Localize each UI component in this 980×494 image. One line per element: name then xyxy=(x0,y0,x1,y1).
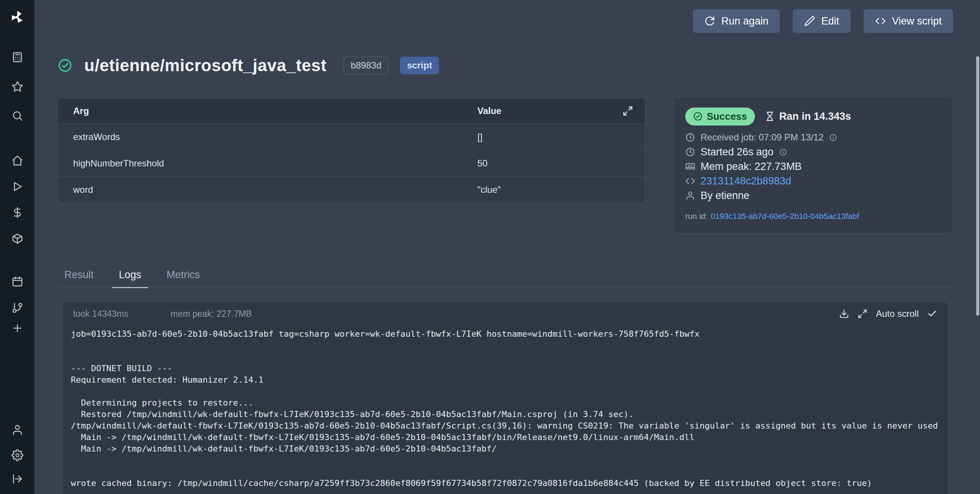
args-table: Arg Value extraWords [] highNumberThresh… xyxy=(57,98,645,203)
log-line: /tmp/windmill/wk-default-fbwfx-L7IeK/019… xyxy=(71,420,939,432)
run-id-link[interactable]: 0193c135-ab7d-60e5-2b10-04b5ac13fabf xyxy=(710,212,859,221)
log-line: Main -> /tmp/windmill/wk-default-fbwfx-L… xyxy=(71,432,939,443)
tab-metrics[interactable]: Metrics xyxy=(160,269,207,288)
clock-icon xyxy=(685,147,695,157)
tab-result[interactable]: Result xyxy=(57,269,101,288)
edit-button[interactable]: Edit xyxy=(793,9,851,33)
started-row: Started 26s ago xyxy=(685,145,941,159)
log-line xyxy=(71,455,939,466)
memory-icon xyxy=(685,161,695,171)
logs-meta: took 14343ms mem peak: 227.7MB xyxy=(73,309,252,319)
code-icon xyxy=(875,16,886,26)
log-line xyxy=(71,386,939,397)
auto-scroll-label[interactable]: Auto scroll xyxy=(876,308,919,319)
arg-value: 50 xyxy=(477,158,611,169)
started-label: Started 26s ago xyxy=(701,146,774,158)
pencil-icon xyxy=(804,16,815,26)
author-label: By etienne xyxy=(701,190,750,202)
logs-controls: Auto scroll xyxy=(839,308,937,319)
arg-name: extraWords xyxy=(58,132,477,142)
info-icon[interactable] xyxy=(829,134,837,142)
download-logs-icon[interactable] xyxy=(839,309,849,319)
auto-scroll-checkmark-icon[interactable] xyxy=(927,309,937,319)
info-icon[interactable] xyxy=(779,148,787,156)
status-label: Success xyxy=(707,111,747,122)
log-line: Restored /tmp/windmill/wk-default-fbwfx-… xyxy=(71,409,939,420)
apps-calculator-icon[interactable] xyxy=(0,51,34,63)
expand-args-icon[interactable] xyxy=(611,105,645,117)
arg-value: [] xyxy=(477,132,611,142)
arg-value: "clue" xyxy=(477,184,611,195)
args-col-arg: Arg xyxy=(58,106,477,116)
sidebar xyxy=(0,0,34,494)
log-line: --- DOTNET BUILD --- xyxy=(71,363,939,374)
script-hash-link[interactable]: 23131148c2b8983d xyxy=(701,175,791,187)
args-col-value: Value xyxy=(477,106,611,116)
run-id-row: run id: 0193c135-ab7d-60e5-2b10-04b5ac13… xyxy=(685,211,941,221)
log-line xyxy=(71,340,939,351)
edit-label: Edit xyxy=(821,15,839,27)
log-line xyxy=(71,466,939,478)
log-line: Main -> /tmp/windmill/wk-default-fbwfx-L… xyxy=(71,443,939,455)
code-icon xyxy=(685,176,695,186)
expand-logs-icon[interactable] xyxy=(858,309,867,319)
star-favorites-icon[interactable] xyxy=(0,81,34,93)
view-script-label: View script xyxy=(892,15,942,27)
script-hash-row: 23131148c2b8983d xyxy=(685,174,941,188)
mem-peak-row: Mem peak: 227.73MB xyxy=(685,159,941,174)
run-again-button[interactable]: Run again xyxy=(693,9,780,33)
log-line: Requirement detected: Humanizer 2.14.1 xyxy=(71,374,939,386)
table-row: extraWords [] xyxy=(58,124,645,150)
table-row: highNumberThreshold 50 xyxy=(58,150,645,176)
log-line: Determining projects to restore... xyxy=(71,397,939,409)
result-tabs: Result Logs Metrics xyxy=(57,269,953,288)
log-line: job=0193c135-ab7d-60e5-2b10-04b5ac13fabf… xyxy=(71,328,939,340)
logs-content: job=0193c135-ab7d-60e5-2b10-04b5ac13fabf… xyxy=(62,322,948,489)
run-id-label: run id: xyxy=(685,212,707,221)
schedules-calendar-icon[interactable] xyxy=(0,276,34,287)
clock-icon xyxy=(685,132,695,142)
args-table-header: Arg Value xyxy=(58,98,645,124)
settings-gear-icon[interactable] xyxy=(0,449,34,461)
home-icon[interactable] xyxy=(0,155,34,166)
logs-header: took 14343ms mem peak: 227.7MB Auto scro… xyxy=(62,302,948,322)
user-account-icon[interactable] xyxy=(0,424,34,436)
windmill-logo-icon[interactable] xyxy=(0,0,34,34)
status-card: Success Ran in 14.343s Received job: 07:… xyxy=(673,97,953,234)
variables-dollar-icon[interactable] xyxy=(0,207,34,218)
script-type-badge: script xyxy=(400,57,439,74)
hourglass-icon xyxy=(765,111,775,121)
logs-mem-peak: mem peak: 227.7MB xyxy=(170,309,252,319)
flows-branch-icon[interactable] xyxy=(0,302,34,314)
search-icon[interactable] xyxy=(0,110,34,122)
title-row: u/etienne/microsoft_java_test b8983d scr… xyxy=(57,56,439,75)
duration-row: Ran in 14.343s xyxy=(765,111,851,122)
collapse-arrow-icon[interactable] xyxy=(0,473,34,485)
tab-logs[interactable]: Logs xyxy=(112,269,149,288)
user-icon xyxy=(685,191,695,201)
plus-icon[interactable] xyxy=(0,322,34,334)
refresh-icon xyxy=(704,16,715,26)
logs-took: took 14343ms xyxy=(73,309,128,319)
run-again-label: Run again xyxy=(721,15,768,27)
log-line: wrote cached binary: /tmp/windmill/cache… xyxy=(71,478,939,489)
page-title: u/etienne/microsoft_java_test xyxy=(84,56,327,75)
resources-boxes-icon[interactable] xyxy=(0,233,34,245)
duration-label: Ran in 14.343s xyxy=(779,111,851,122)
log-line xyxy=(71,351,939,363)
arg-name: word xyxy=(58,184,477,195)
table-row: word "clue" xyxy=(58,176,645,203)
arg-name: highNumberThreshold xyxy=(58,158,477,169)
script-hash-badge: b8983d xyxy=(343,57,389,74)
logs-panel: took 14343ms mem peak: 227.7MB Auto scro… xyxy=(62,301,948,494)
runs-play-icon[interactable] xyxy=(0,181,34,192)
author-row: By etienne xyxy=(685,188,941,203)
received-row: Received job: 07:09 PM 13/12 xyxy=(685,130,941,145)
view-script-button[interactable]: View script xyxy=(864,9,953,33)
mem-peak-label: Mem peak: 227.73MB xyxy=(701,161,802,173)
vertical-scrollbar[interactable] xyxy=(976,56,979,316)
success-check-icon xyxy=(57,58,73,73)
received-label: Received job: 07:09 PM 13/12 xyxy=(701,132,824,143)
top-action-bar: Run again Edit View script xyxy=(693,9,953,33)
status-row: Success Ran in 14.343s xyxy=(685,107,941,126)
